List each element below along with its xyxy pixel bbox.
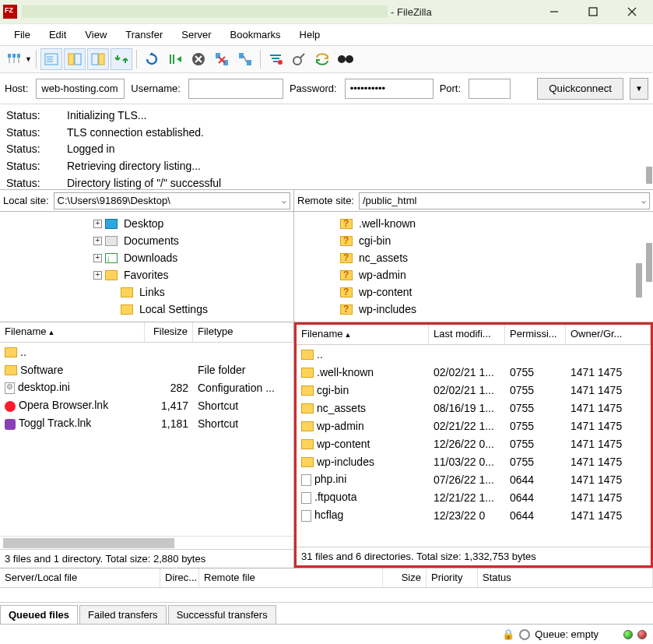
list-item[interactable]: cgi-bin02/02/21 1...07551471 1475	[297, 381, 651, 399]
disconnect-icon[interactable]	[211, 48, 233, 70]
list-item[interactable]: SoftwareFile folder	[0, 361, 293, 378]
scrollbar-thumb[interactable]	[646, 167, 652, 184]
tree-label: Documents	[124, 234, 179, 247]
col-filesize[interactable]: Filesize	[145, 322, 193, 342]
quickconnect-dropdown[interactable]: ▼	[630, 78, 648, 100]
local-list[interactable]: ..SoftwareFile folderdesktop.ini282Confi…	[0, 343, 293, 439]
expander-icon[interactable]: +	[93, 254, 102, 262]
tree-node[interactable]: wp-content	[296, 283, 651, 301]
col-status[interactable]: Status	[478, 568, 653, 587]
tree-node[interactable]: .well-known	[296, 215, 651, 232]
status-circle-icon[interactable]	[519, 629, 530, 640]
tree-node[interactable]: + Favorites	[2, 266, 292, 283]
chevron-down-icon: ⌵	[641, 196, 646, 205]
toggle-local-tree-icon[interactable]	[64, 48, 86, 70]
toggle-remote-tree-icon[interactable]	[87, 48, 109, 70]
remote-site-path: /public_html	[363, 195, 416, 206]
maximize-button[interactable]	[583, 2, 603, 22]
list-item[interactable]: wp-includes11/03/22 0...07551471 1475	[297, 452, 651, 470]
transfer-queue-body[interactable]	[0, 588, 653, 602]
col-direction[interactable]: Direc...	[160, 568, 199, 587]
list-item[interactable]: nc_assets08/16/19 1...07551471 1475	[297, 399, 651, 417]
lock-icon[interactable]: 🔒	[502, 628, 514, 640]
local-site-combo[interactable]: C:\Users\91869\Desktop\⌵	[54, 192, 290, 209]
list-item[interactable]: php.ini07/26/22 1...06441471 1475	[297, 470, 651, 488]
tree-node[interactable]: Links	[2, 283, 292, 301]
expander-icon[interactable]: +	[93, 220, 102, 228]
tab-failed[interactable]: Failed transfers	[79, 605, 167, 624]
transfer-columns[interactable]: Server/Local file Direc... Remote file S…	[0, 568, 653, 588]
remote-file-pane: Filename▲ Last modifi... Permissi... Own…	[294, 322, 653, 568]
scrollbar-thumb[interactable]	[646, 243, 652, 282]
h-scrollbar[interactable]	[0, 536, 293, 549]
site-manager-dropdown[interactable]: ▼	[25, 55, 32, 63]
tree-node[interactable]: + Documents	[2, 232, 292, 249]
col-owner[interactable]: Owner/Gr...	[566, 325, 651, 344]
refresh-icon[interactable]	[141, 48, 163, 70]
col-filename[interactable]: Filename	[5, 326, 46, 337]
local-columns[interactable]: Filename▲ Filesize Filetype	[0, 322, 293, 343]
col-size[interactable]: Size	[383, 568, 427, 587]
list-item[interactable]: ..	[0, 343, 293, 361]
site-manager-icon[interactable]	[3, 48, 25, 70]
col-remote-file[interactable]: Remote file	[199, 568, 383, 587]
username-input[interactable]	[188, 79, 283, 99]
compare-icon[interactable]	[288, 48, 310, 70]
list-item[interactable]: desktop.ini282Configuration ...	[0, 378, 293, 396]
remote-tree[interactable]: .well-knowncgi-binnc_assetswp-adminwp-co…	[294, 212, 653, 322]
expander-icon[interactable]: +	[93, 271, 102, 280]
close-button[interactable]	[622, 2, 642, 22]
menu-edit[interactable]: Edit	[40, 26, 75, 44]
tree-node[interactable]: + Desktop	[2, 215, 292, 232]
tree-node[interactable]: + ↓Downloads	[2, 249, 292, 266]
tree-node[interactable]: cgi-bin	[296, 232, 651, 249]
list-item[interactable]: Opera Browser.lnk1,417Shortcut	[0, 396, 293, 414]
log-pane[interactable]: Status:Initializing TLS... Status:TLS co…	[0, 104, 653, 190]
toggle-queue-icon[interactable]	[111, 48, 132, 70]
sync-browse-icon[interactable]	[311, 48, 333, 70]
menu-file[interactable]: File	[5, 26, 40, 44]
remote-columns[interactable]: Filename▲ Last modifi... Permissi... Own…	[297, 325, 651, 345]
list-item[interactable]: .ftpquota12/21/22 1...06441471 1475	[297, 488, 651, 506]
password-input[interactable]	[345, 79, 434, 99]
menu-server[interactable]: Server	[172, 26, 220, 44]
col-modified[interactable]: Last modifi...	[429, 325, 505, 344]
expander-icon[interactable]: +	[93, 237, 102, 245]
list-item[interactable]: .well-known02/02/21 1...07551471 1475	[297, 363, 651, 381]
local-tree[interactable]: + Desktop+ Documents+ ↓Downloads+ Favori…	[0, 212, 294, 322]
file-owner: 1471 1475	[566, 473, 651, 487]
col-server-local[interactable]: Server/Local file	[0, 568, 160, 587]
port-input[interactable]	[469, 79, 511, 99]
host-input[interactable]	[36, 79, 125, 99]
cancel-icon[interactable]	[188, 48, 209, 70]
col-filetype[interactable]: Filetype	[193, 322, 293, 342]
menu-view[interactable]: View	[75, 26, 116, 44]
process-queue-icon[interactable]	[164, 48, 186, 70]
remote-list[interactable]: ...well-known02/02/21 1...07551471 1475c…	[297, 345, 651, 547]
tab-queued[interactable]: Queued files	[0, 605, 78, 624]
list-item[interactable]: wp-content12/26/22 0...07551471 1475	[297, 435, 651, 452]
quickconnect-button[interactable]: Quickconnect	[537, 78, 623, 100]
menu-help[interactable]: Help	[290, 26, 330, 44]
tree-node[interactable]: wp-admin	[296, 266, 651, 283]
col-priority[interactable]: Priority	[427, 568, 478, 587]
remote-site-combo[interactable]: /public_html⌵	[359, 192, 650, 209]
list-item[interactable]: ..	[297, 345, 651, 363]
col-permissions[interactable]: Permissi...	[505, 325, 566, 344]
search-icon[interactable]	[335, 48, 356, 70]
tree-node[interactable]: Local Settings	[2, 301, 292, 318]
reconnect-icon[interactable]	[234, 48, 256, 70]
list-item[interactable]: hcflag12/23/22 006441471 1475	[297, 506, 651, 524]
menu-transfer[interactable]: Transfer	[116, 26, 172, 44]
col-filename[interactable]: Filename	[301, 328, 342, 340]
minimize-button[interactable]	[544, 2, 564, 22]
filter-icon[interactable]	[265, 48, 286, 70]
tree-node[interactable]: nc_assets	[296, 249, 651, 266]
toggle-log-icon[interactable]	[40, 48, 62, 70]
tab-successful[interactable]: Successful transfers	[168, 605, 276, 624]
list-item[interactable]: Toggl Track.lnk1,181Shortcut	[0, 414, 293, 432]
file-owner: 1471 1475	[566, 419, 651, 433]
list-item[interactable]: wp-admin02/21/22 1...07551471 1475	[297, 417, 651, 435]
menu-bookmarks[interactable]: Bookmarks	[221, 26, 290, 44]
tree-node[interactable]: wp-includes	[296, 301, 651, 318]
